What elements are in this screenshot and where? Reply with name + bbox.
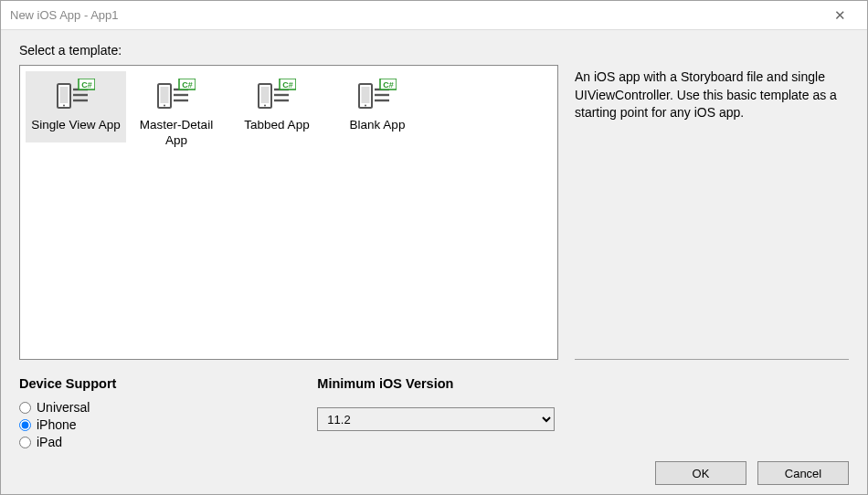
template-icon: C#: [57, 79, 95, 112]
template-list[interactable]: C# Single View App C# Master-Detail App …: [19, 65, 558, 360]
window-title: New iOS App - App1: [10, 8, 821, 22]
dialog-content: Select a template: C# Single View App C#…: [1, 30, 867, 494]
device-radio[interactable]: [19, 402, 31, 414]
template-grid: C# Single View App C# Master-Detail App …: [26, 71, 552, 158]
svg-point-18: [264, 105, 266, 107]
svg-rect-1: [60, 87, 69, 103]
svg-text:C#: C#: [282, 80, 293, 90]
middle-row: C# Single View App C# Master-Detail App …: [19, 65, 849, 360]
close-icon[interactable]: ✕: [821, 7, 858, 24]
device-radio[interactable]: [19, 419, 31, 431]
titlebar: New iOS App - App1 ✕: [1, 1, 867, 30]
csharp-app-icon: C#: [358, 79, 397, 110]
device-option-label: Universal: [37, 400, 90, 415]
svg-rect-25: [362, 87, 370, 103]
svg-point-26: [365, 105, 366, 107]
template-icon: C#: [358, 79, 397, 112]
template-item[interactable]: C# Blank App: [327, 71, 428, 142]
device-option[interactable]: Universal: [19, 400, 116, 415]
device-option-label: iPad: [37, 435, 62, 449]
svg-rect-17: [261, 87, 270, 103]
template-icon: C#: [157, 79, 196, 112]
dialog-window: New iOS App - App1 ✕ Select a template: …: [0, 0, 868, 495]
options-row: Device Support UniversaliPhoneiPad Minim…: [19, 376, 849, 452]
csharp-app-icon: C#: [157, 79, 196, 110]
template-label: Single View App: [29, 118, 122, 133]
template-icon: C#: [258, 79, 296, 112]
template-label: Blank App: [331, 118, 424, 133]
csharp-app-icon: C#: [57, 79, 95, 110]
template-item[interactable]: C# Tabbed App: [227, 71, 327, 142]
min-ios-group: Minimum iOS Version 11.2: [317, 376, 555, 452]
template-label: Master-Detail App: [130, 118, 223, 149]
ok-button[interactable]: OK: [655, 461, 746, 485]
description-pane: An iOS app with a Storyboard file and si…: [575, 65, 849, 360]
svg-point-2: [63, 105, 65, 107]
svg-text:C#: C#: [81, 80, 92, 90]
min-ios-select[interactable]: 11.2: [317, 407, 555, 431]
svg-text:C#: C#: [383, 80, 394, 90]
cancel-button[interactable]: Cancel: [757, 461, 849, 485]
device-support-options: UniversaliPhoneiPad: [19, 400, 116, 449]
template-item[interactable]: C# Master-Detail App: [126, 71, 227, 158]
dialog-button-row: OK Cancel: [19, 458, 849, 485]
template-description: An iOS app with a Storyboard file and si…: [575, 68, 849, 359]
svg-point-10: [164, 105, 165, 107]
device-support-heading: Device Support: [19, 376, 116, 391]
template-item[interactable]: C# Single View App: [26, 71, 126, 142]
select-template-label: Select a template:: [19, 43, 849, 58]
device-option[interactable]: iPad: [19, 435, 116, 449]
device-radio[interactable]: [19, 437, 31, 448]
description-separator: [575, 359, 849, 360]
min-ios-heading: Minimum iOS Version: [317, 376, 555, 391]
device-support-group: Device Support UniversaliPhoneiPad: [19, 376, 116, 452]
svg-text:C#: C#: [182, 80, 193, 90]
device-option-label: iPhone: [37, 417, 77, 432]
template-label: Tabbed App: [230, 118, 323, 133]
device-option[interactable]: iPhone: [19, 417, 116, 432]
csharp-app-icon: C#: [258, 79, 296, 110]
svg-rect-9: [161, 87, 169, 103]
